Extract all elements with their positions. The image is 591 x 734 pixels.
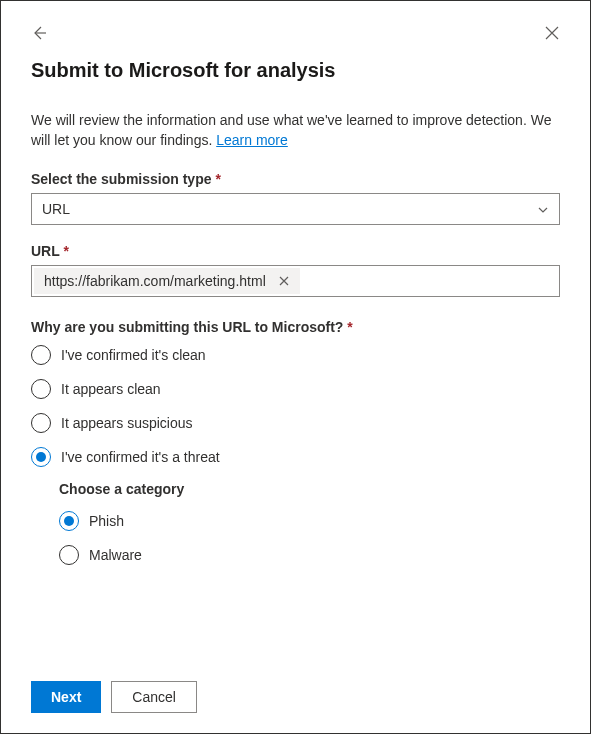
radio-phish[interactable]: Phish <box>59 511 560 531</box>
required-asterisk: * <box>215 171 220 187</box>
next-button[interactable]: Next <box>31 681 101 713</box>
cancel-button[interactable]: Cancel <box>111 681 197 713</box>
radio-icon <box>31 413 51 433</box>
url-chip: https://fabrikam.com/marketing.html <box>34 268 300 294</box>
reason-radio-group: I've confirmed it's clean It appears cle… <box>31 345 560 467</box>
radio-malware[interactable]: Malware <box>59 545 560 565</box>
radio-confirmed-threat[interactable]: I've confirmed it's a threat <box>31 447 560 467</box>
back-icon[interactable] <box>31 25 47 41</box>
description-body: We will review the information and use w… <box>31 112 551 148</box>
radio-label: I've confirmed it's a threat <box>61 449 220 465</box>
radio-label: I've confirmed it's clean <box>61 347 206 363</box>
url-input[interactable]: https://fabrikam.com/marketing.html <box>31 265 560 297</box>
chevron-down-icon <box>537 203 549 215</box>
radio-icon <box>31 447 51 467</box>
radio-label: It appears suspicious <box>61 415 193 431</box>
radio-icon <box>31 345 51 365</box>
radio-icon <box>31 379 51 399</box>
required-asterisk: * <box>63 243 68 259</box>
radio-appears-clean[interactable]: It appears clean <box>31 379 560 399</box>
category-label: Choose a category <box>59 481 560 497</box>
radio-appears-suspicious[interactable]: It appears suspicious <box>31 413 560 433</box>
required-asterisk: * <box>347 319 352 335</box>
radio-icon <box>59 511 79 531</box>
chip-remove-icon[interactable] <box>274 271 294 291</box>
submission-type-select[interactable]: URL <box>31 193 560 225</box>
radio-confirmed-clean[interactable]: I've confirmed it's clean <box>31 345 560 365</box>
url-label: URL * <box>31 243 560 259</box>
description-text: We will review the information and use w… <box>31 110 560 151</box>
learn-more-link[interactable]: Learn more <box>216 132 288 148</box>
url-chip-text: https://fabrikam.com/marketing.html <box>44 273 266 289</box>
radio-icon <box>59 545 79 565</box>
radio-label: Phish <box>89 513 124 529</box>
radio-label: Malware <box>89 547 142 563</box>
page-title: Submit to Microsoft for analysis <box>31 59 560 82</box>
submission-type-value: URL <box>42 201 70 217</box>
submission-type-label: Select the submission type * <box>31 171 560 187</box>
reason-label: Why are you submitting this URL to Micro… <box>31 319 560 335</box>
close-icon[interactable] <box>544 25 560 41</box>
radio-label: It appears clean <box>61 381 161 397</box>
category-section: Choose a category Phish Malware <box>59 481 560 565</box>
